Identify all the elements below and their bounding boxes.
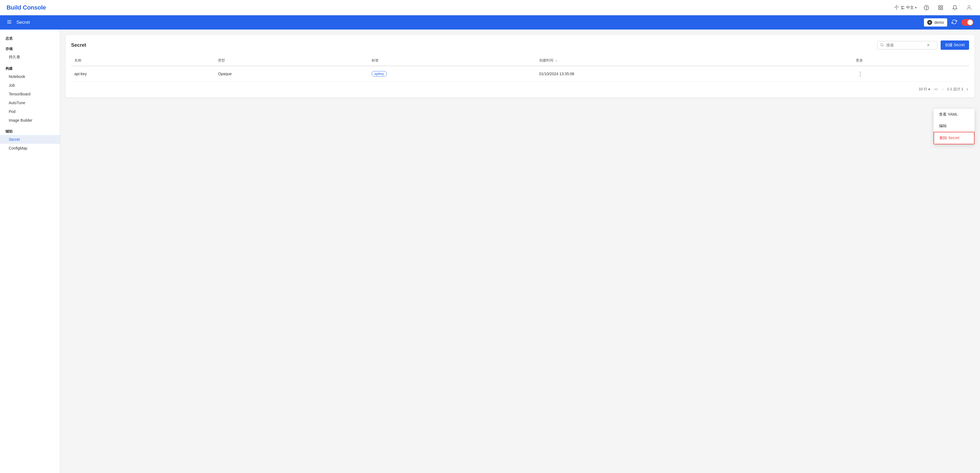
pagination: 10 行 ▾ ⏮ ‹ 1-1 总计 1 › <box>71 86 969 92</box>
svg-rect-5 <box>941 8 943 10</box>
col-more: 更多 <box>853 55 969 66</box>
svg-rect-4 <box>939 8 940 10</box>
main-card: Secret ✕ 创建 Secret 名称 <box>65 35 975 98</box>
sidebar-item-secret[interactable]: Secret <box>0 135 60 144</box>
rows-label: 10 行 <box>919 87 927 92</box>
col-created-at[interactable]: 创建时间 ↓ <box>536 55 853 66</box>
search-input[interactable] <box>886 43 924 47</box>
bell-icon <box>952 5 958 10</box>
hamburger-button[interactable] <box>6 19 12 26</box>
sidebar: 总览 存储 持久卷 构建 Notebook Job TensorBoard Au… <box>0 30 60 473</box>
sidebar-item-pod[interactable]: Pod <box>0 107 60 116</box>
help-button[interactable] <box>922 3 931 12</box>
refresh-button[interactable] <box>951 19 957 26</box>
sidebar-section-overview: 总览 <box>0 34 60 42</box>
first-page-button[interactable]: ⏮ <box>932 86 939 92</box>
sidebar-section-auxiliary: 辅助 <box>0 127 60 135</box>
create-secret-button[interactable]: 创建 Secret <box>940 40 969 50</box>
grid-icon <box>938 5 943 10</box>
namespace-icon <box>927 20 932 25</box>
toggle-knob <box>967 20 973 25</box>
sidebar-item-autotune[interactable]: AutoTune <box>0 99 60 107</box>
search-clear-button[interactable]: ✕ <box>927 43 930 47</box>
app-title: Build Console <box>6 4 46 11</box>
cell-name: api-key <box>71 66 215 82</box>
svg-point-6 <box>968 5 970 8</box>
rows-chevron-icon: ▾ <box>928 87 930 91</box>
dropdown-menu: 查看 YAML 编辑 删除 Secret <box>934 109 975 144</box>
prev-page-button[interactable]: ‹ <box>941 86 945 92</box>
namespace-label: demo <box>934 20 944 25</box>
translate-icon-svg <box>900 5 905 10</box>
svg-rect-3 <box>941 5 943 7</box>
table-row: api-key Opaque apikey 01/10/2024 13:35:0… <box>71 66 969 82</box>
col-name: 名称 <box>71 55 215 66</box>
language-selector[interactable]: 个 中文 ▾ <box>894 4 916 11</box>
lang-label: 中文 <box>906 5 914 10</box>
user-avatar-button[interactable] <box>965 3 974 12</box>
sidebar-item-tensorboard[interactable]: TensorBoard <box>0 90 60 99</box>
cell-created-at: 01/10/2024 13:35:06 <box>536 66 853 82</box>
dropdown-item-edit[interactable]: 编辑 <box>934 120 975 132</box>
sidebar-section-build: 构建 <box>0 64 60 72</box>
cell-type: Opaque <box>215 66 368 82</box>
sidebar-item-notebook[interactable]: Notebook <box>0 72 60 81</box>
cell-more: ⋮ <box>853 66 969 82</box>
col-type: 类型 <box>215 55 368 66</box>
sort-icon: ↓ <box>555 59 557 62</box>
secrets-table: 名称 类型 标签 创建时间 ↓ 更多 api-key Opaque <box>71 55 969 82</box>
apps-button[interactable] <box>936 3 945 12</box>
notifications-button[interactable] <box>950 3 959 12</box>
dropdown-item-view-yaml[interactable]: 查看 YAML <box>934 109 975 120</box>
cell-tags: apikey <box>368 66 536 82</box>
sidebar-item-configmap[interactable]: ConfigMap <box>0 144 60 153</box>
content-area: Secret ✕ 创建 Secret 名称 <box>60 30 980 473</box>
sidebar-item-job[interactable]: Job <box>0 81 60 90</box>
chevron-down-icon: ▾ <box>915 6 916 10</box>
namespace-selector[interactable]: demo <box>924 18 947 27</box>
translate-icon: 个 <box>894 4 899 11</box>
menu-icon <box>6 19 12 25</box>
rows-per-page-selector[interactable]: 10 行 ▾ <box>919 87 930 92</box>
refresh-icon <box>951 19 957 25</box>
toggle-button[interactable] <box>961 19 974 26</box>
card-title: Secret <box>71 42 86 48</box>
sidebar-item-persistent-volume[interactable]: 持久卷 <box>0 53 60 62</box>
sidebar-item-image-builder[interactable]: Image Builder <box>0 116 60 125</box>
svg-rect-2 <box>939 5 940 7</box>
card-header: Secret ✕ 创建 Secret <box>71 40 969 50</box>
user-icon <box>966 4 972 11</box>
sidebar-section-storage: 存储 <box>0 44 60 53</box>
more-actions-button[interactable]: ⋮ <box>856 70 865 78</box>
help-icon <box>924 5 929 10</box>
card-actions: ✕ 创建 Secret <box>877 40 969 50</box>
next-page-button[interactable]: › <box>966 86 969 92</box>
tag-badge: apikey <box>372 71 387 76</box>
sub-header-title: Secret <box>16 20 30 25</box>
col-tags: 标签 <box>368 55 536 66</box>
page-info: 1-1 总计 1 <box>947 87 963 92</box>
svg-line-13 <box>883 45 883 46</box>
svg-point-1 <box>926 8 927 9</box>
svg-point-11 <box>929 22 930 23</box>
search-box: ✕ <box>877 41 937 49</box>
search-icon <box>880 43 884 48</box>
svg-point-12 <box>880 43 883 46</box>
dropdown-item-delete[interactable]: 删除 Secret <box>934 132 975 144</box>
